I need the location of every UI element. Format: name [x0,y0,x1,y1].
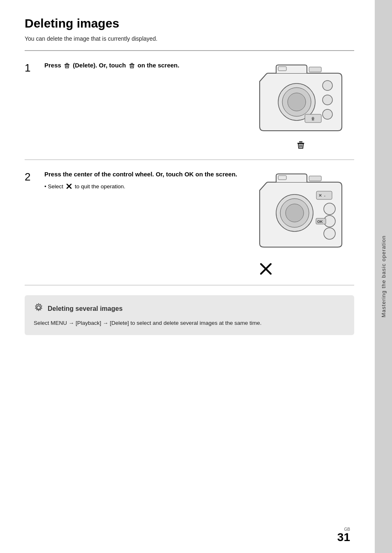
page-container: Deleting images You can delete the image… [0,0,392,553]
page-title: Deleting images [25,16,354,30]
svg-point-12 [288,93,306,111]
step-1-description: Press (Delete). Or, touch [44,61,239,70]
svg-point-14 [323,95,332,105]
gear-tip-icon [34,303,44,312]
sidebar: Mastering the basic operation [375,0,392,553]
sidebar-label: Mastering the basic operation [380,236,387,318]
x-icon-inline [66,183,72,189]
step-2-text: Press the center of the control wheel. O… [44,170,239,190]
quit-label: to quit the operation. [75,183,125,190]
svg-rect-18 [309,67,321,72]
svg-point-29 [286,204,304,222]
step-1-image: 🗑 [247,61,354,151]
step-2-description: Press the center of the control wheel. O… [44,170,239,179]
tip-icon [34,303,44,315]
svg-text:🗑: 🗑 [311,116,315,121]
camera-illustration-step2: ✕ • OK [251,170,350,260]
svg-point-33 [324,203,335,215]
svg-rect-19 [278,67,286,71]
tip-box: Deleting several images Select MENU → [P… [25,295,354,335]
svg-text:OK: OK [317,220,323,224]
svg-rect-1 [66,63,68,64]
svg-point-42 [37,306,40,309]
svg-text:•: • [324,194,325,198]
svg-rect-39 [278,176,286,180]
main-content: Deleting images You can delete the image… [0,0,375,553]
page-number-area: GB 31 [337,527,350,543]
delete-icon-step1-touch [129,62,135,69]
delete-icon-step1 [64,62,70,69]
step-1-number: 1 [25,62,36,74]
camera-illustration-step1: 🗑 [251,61,350,143]
tip-header: Deleting several images [34,303,345,315]
step-2-image: ✕ • OK [247,170,354,277]
svg-rect-38 [309,176,321,181]
subtitle: You can delete the image that is current… [25,35,354,42]
svg-point-15 [323,109,332,119]
step-2: 2 Press the center of the control wheel.… [25,160,354,285]
step-1-text: Press (Delete). Or, touch [44,61,239,70]
select-label: • Select [44,183,63,190]
x-symbol-below [260,263,272,275]
tip-title: Deleting several images [48,305,122,312]
page-number: 31 [337,532,350,543]
tip-text: Select MENU → [Playback] → [Delete] to s… [34,319,345,328]
svg-rect-6 [131,63,133,64]
svg-point-37 [324,228,335,239]
step-2-subitem: • Select to quit the operation. [44,183,239,190]
svg-rect-21 [299,141,302,142]
delete-icon-below-camera [296,141,305,150]
svg-text:✕: ✕ [318,193,322,198]
step-1: 1 Press (Delete). Or, touch [25,51,354,160]
step-2-number: 2 [25,171,36,183]
svg-point-13 [323,81,332,90]
